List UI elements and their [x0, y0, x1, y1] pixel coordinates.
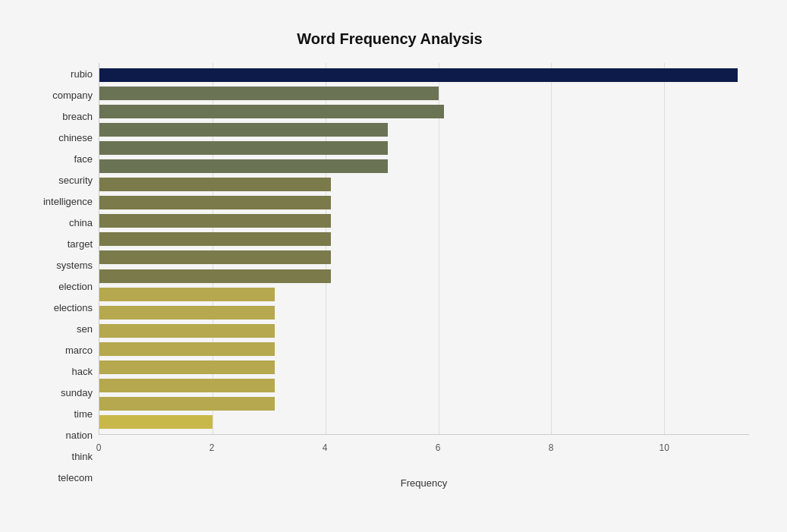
y-label: election [30, 282, 93, 291]
bar-row [99, 176, 749, 193]
x-tick-label: 4 [323, 442, 328, 453]
y-label: marco [30, 345, 93, 355]
plot-area: 0246810 Frequency [99, 63, 749, 489]
y-label: chinese [30, 133, 93, 143]
y-label: hack [30, 367, 93, 376]
bar [99, 360, 275, 374]
bar-row [99, 395, 749, 412]
y-label: think [30, 452, 93, 461]
y-label: security [30, 175, 93, 185]
y-label: intelligence [30, 197, 93, 206]
y-label: sen [30, 324, 93, 334]
x-tick-label: 2 [209, 442, 215, 453]
bar [99, 123, 388, 137]
x-tick-label: 8 [549, 442, 554, 453]
bar [99, 379, 275, 392]
bar-row [99, 268, 749, 285]
bar [99, 87, 439, 100]
bar-row [99, 194, 749, 211]
bar-row [99, 158, 749, 175]
y-label: company [30, 90, 93, 100]
bar [99, 178, 331, 191]
bar-row [99, 85, 749, 102]
y-label: face [30, 154, 93, 164]
bar-row [99, 67, 749, 83]
bar-row [99, 121, 749, 138]
y-label: time [30, 409, 93, 419]
bars-container [99, 63, 749, 434]
bar-row [99, 286, 749, 303]
y-label: sunday [30, 388, 93, 398]
chart-area: rubiocompanybreachchinesefacesecurityint… [30, 63, 749, 489]
y-label: telecom [30, 473, 93, 483]
grid-and-bars [99, 63, 749, 435]
x-tick-label: 6 [436, 442, 441, 453]
bar-row [99, 341, 749, 357]
bar [99, 105, 444, 118]
y-label: elections [30, 303, 93, 313]
bar [99, 342, 275, 356]
bar-row [99, 140, 749, 156]
bar [99, 214, 331, 228]
y-label: nation [30, 430, 93, 440]
y-label: target [30, 239, 93, 249]
bar-row [99, 249, 749, 266]
bar [99, 288, 275, 301]
bar-row [99, 231, 749, 247]
bar-row [99, 103, 749, 120]
bar [99, 397, 275, 411]
bar-row [99, 212, 749, 229]
bar [99, 68, 738, 82]
bar-row [99, 377, 749, 394]
y-label: china [30, 218, 93, 228]
x-axis-title: Frequency [99, 477, 749, 489]
bar-row [99, 323, 749, 339]
bar [99, 250, 331, 264]
bar [99, 306, 275, 320]
x-axis-labels-container: 0246810 [99, 438, 749, 461]
bar [99, 269, 331, 283]
x-tick-label: 0 [96, 442, 102, 453]
y-label: rubio [30, 69, 93, 79]
bar [99, 324, 275, 338]
y-axis: rubiocompanybreachchinesefacesecurityint… [30, 63, 99, 489]
bar-row [99, 359, 749, 376]
bar-row [99, 304, 749, 321]
bar [99, 141, 388, 155]
bar-row [99, 414, 749, 430]
bar [99, 159, 388, 173]
y-label: breach [30, 112, 93, 121]
chart-container: Word Frequency Analysis rubiocompanybrea… [15, 15, 772, 532]
x-tick-label: 10 [660, 442, 669, 453]
bar [99, 232, 331, 246]
y-label: systems [30, 260, 93, 270]
chart-title: Word Frequency Analysis [30, 30, 749, 48]
bar [99, 415, 212, 429]
bar [99, 196, 331, 209]
